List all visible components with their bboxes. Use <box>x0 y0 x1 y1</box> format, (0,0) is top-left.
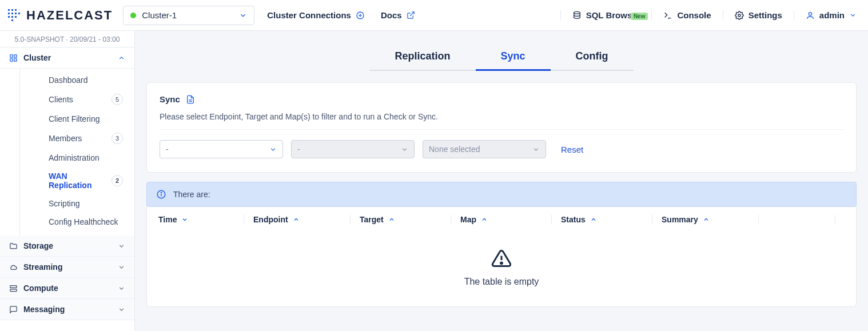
main-content: Replication Sync Config Sync Please sele… <box>135 31 868 331</box>
sidebar-item-members[interactable]: Members3 <box>20 128 134 149</box>
sidebar-item-client-filtering[interactable]: Client Filtering <box>20 110 134 128</box>
info-icon <box>156 189 166 200</box>
sync-card: Sync Please select Endpoint, Target and … <box>146 82 857 173</box>
col-endpoint[interactable]: Endpoint <box>253 215 351 224</box>
nav-sql-browser[interactable]: New SQL Browser <box>560 10 652 20</box>
svg-rect-3 <box>8 13 10 14</box>
svg-point-31 <box>501 262 503 264</box>
svg-point-29 <box>161 192 161 193</box>
nav-cluster-connections[interactable]: Cluster Connections <box>267 10 365 20</box>
svg-rect-10 <box>11 19 13 21</box>
sidebar-section-storage[interactable]: Storage <box>0 236 134 257</box>
results-table: Time Endpoint Target Map Status <box>146 207 857 307</box>
sidebar-item-label: Client Filtering <box>49 114 99 123</box>
chevron-down-icon <box>532 146 540 153</box>
plus-circle-icon <box>356 11 365 20</box>
sidebar-item-wan-replication[interactable]: WAN Replication2 <box>20 167 134 194</box>
sidebar-section-streaming[interactable]: Streaming <box>0 257 134 278</box>
external-link-icon <box>407 11 415 19</box>
select-value: - <box>297 145 300 154</box>
count-badge: 5 <box>112 94 123 105</box>
sidebar-item-label: Members <box>49 134 82 143</box>
sidebar-section-cluster[interactable]: Cluster <box>0 47 134 69</box>
target-select[interactable]: - <box>291 140 415 158</box>
chevron-down-icon <box>118 242 125 250</box>
chevron-up-icon <box>590 216 597 223</box>
svg-point-17 <box>738 14 740 17</box>
nav-label: Docs <box>381 10 402 20</box>
nav-settings[interactable]: Settings <box>723 10 794 20</box>
select-value: None selected <box>429 145 480 154</box>
svg-rect-0 <box>8 9 10 11</box>
brand-logo: HAZELCAST <box>7 8 113 23</box>
col-label: Endpoint <box>253 215 288 224</box>
svg-rect-2 <box>15 9 17 11</box>
sidebar-item-administration[interactable]: Administration <box>20 149 134 167</box>
endpoint-select[interactable]: - <box>160 140 283 158</box>
empty-text: The table is empty <box>464 277 539 287</box>
document-icon[interactable] <box>186 95 195 104</box>
table-empty-state: The table is empty <box>147 232 856 306</box>
sidebar-cluster-items: Dashboard Clients5 Client Filtering Memb… <box>19 69 134 236</box>
cluster-selected-name: Cluster-1 <box>142 10 233 20</box>
select-value: - <box>166 145 169 154</box>
chat-icon <box>9 305 18 314</box>
svg-rect-23 <box>10 285 17 288</box>
svg-rect-21 <box>10 58 13 61</box>
svg-rect-24 <box>10 289 17 291</box>
section-label: Storage <box>23 241 53 250</box>
svg-rect-4 <box>11 13 13 14</box>
topnav-right: New SQL Browser Console Settings admin <box>560 10 868 20</box>
svg-rect-22 <box>14 58 17 61</box>
chevron-down-icon <box>849 11 857 19</box>
page-tabs: Replication Sync Config <box>135 45 868 71</box>
divider <box>160 129 843 130</box>
hazelcast-logo-icon <box>7 8 22 23</box>
chevron-down-icon <box>401 146 408 153</box>
sidebar-item-label: WAN Replication <box>49 172 102 190</box>
status-dot-icon <box>130 13 136 18</box>
chevron-up-icon <box>293 216 300 223</box>
tab-replication[interactable]: Replication <box>369 45 475 71</box>
sidebar-item-clients[interactable]: Clients5 <box>20 89 134 110</box>
nav-label: Console <box>677 10 711 20</box>
topbar: HAZELCAST Cluster-1 Cluster Connections … <box>0 0 868 31</box>
chevron-down-icon <box>118 264 125 271</box>
sidebar-section-compute[interactable]: Compute <box>0 278 134 299</box>
chevron-down-icon <box>118 306 125 313</box>
section-label: Streaming <box>23 262 62 272</box>
card-title-row: Sync <box>160 94 843 104</box>
col-time[interactable]: Time <box>158 215 244 224</box>
nav-docs[interactable]: Docs <box>381 10 415 20</box>
svg-rect-20 <box>14 54 17 57</box>
col-target[interactable]: Target <box>360 215 451 224</box>
nav-user-menu[interactable]: admin <box>794 10 868 20</box>
svg-point-15 <box>574 11 580 14</box>
chevron-down-icon <box>181 216 188 223</box>
col-map[interactable]: Map <box>460 215 552 224</box>
tab-sync[interactable]: Sync <box>476 45 551 71</box>
svg-line-14 <box>410 12 414 16</box>
maps-select[interactable]: None selected <box>423 140 546 158</box>
sidebar-item-label: Clients <box>49 95 73 104</box>
col-status[interactable]: Status <box>561 215 652 224</box>
svg-rect-5 <box>15 13 17 14</box>
svg-rect-8 <box>11 16 13 18</box>
sidebar-item-label: Scripting <box>49 199 79 208</box>
sidebar-section-messaging[interactable]: Messaging <box>0 299 134 320</box>
database-icon <box>572 11 582 20</box>
nav-console[interactable]: Console <box>651 10 722 20</box>
chevron-up-icon <box>481 216 488 223</box>
reset-link[interactable]: Reset <box>561 145 583 154</box>
tab-config[interactable]: Config <box>551 45 634 71</box>
new-badge: New <box>631 13 648 20</box>
sidebar-item-config-healthcheck[interactable]: Config Healthcheck <box>20 213 134 231</box>
card-title: Sync <box>160 94 180 104</box>
folder-icon <box>9 242 18 250</box>
grid-icon <box>9 54 18 62</box>
cluster-selector[interactable]: Cluster-1 <box>123 6 254 25</box>
count-badge: 2 <box>112 175 123 186</box>
col-summary[interactable]: Summary <box>662 215 759 224</box>
sidebar-item-dashboard[interactable]: Dashboard <box>20 71 134 89</box>
sidebar-item-scripting[interactable]: Scripting <box>20 194 134 213</box>
